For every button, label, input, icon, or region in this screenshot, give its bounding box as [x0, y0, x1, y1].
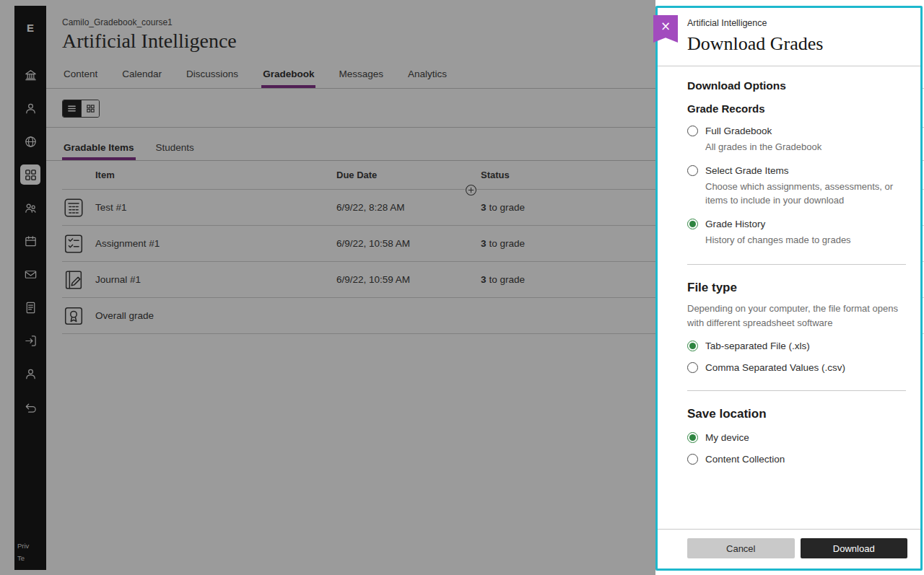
- panel-course-context: Artificial Intelligence: [687, 8, 906, 28]
- file-type-description: Depending on your computer, the file for…: [687, 302, 906, 330]
- radio-icon: [687, 432, 698, 443]
- radio-select-grade-items[interactable]: Select Grade Items: [687, 165, 906, 176]
- header-divider: [658, 66, 920, 66]
- download-grades-panel: × Artificial Intelligence Download Grade…: [655, 6, 923, 571]
- grade-records-heading: Grade Records: [687, 102, 906, 115]
- radio-description: Choose which assignments, assessments, o…: [705, 180, 906, 208]
- file-type-heading: File type: [687, 281, 906, 295]
- cancel-button[interactable]: Cancel: [687, 538, 795, 558]
- radio-grade-history[interactable]: Grade History: [687, 219, 906, 229]
- radio-my-device[interactable]: My device: [687, 432, 906, 443]
- panel-title: Download Grades: [687, 33, 906, 55]
- radio-icon: [687, 341, 698, 351]
- radio-icon: [687, 362, 698, 373]
- radio-icon: [687, 165, 698, 176]
- radio-tab-separated[interactable]: Tab-separated File (.xls): [687, 341, 906, 351]
- radio-icon: [687, 454, 698, 465]
- radio-content-collection[interactable]: Content Collection: [687, 454, 906, 465]
- panel-footer: Cancel Download: [658, 529, 920, 569]
- radio-description: History of changes made to grades: [705, 233, 906, 247]
- radio-full-gradebook[interactable]: Full Gradebook: [687, 126, 906, 136]
- modal-scrim: [0, 0, 655, 575]
- radio-comma-separated[interactable]: Comma Separated Values (.csv): [687, 362, 906, 373]
- radio-description: All grades in the Gradebook: [705, 140, 906, 154]
- section-divider: [687, 264, 906, 265]
- download-options-heading: Download Options: [687, 79, 906, 92]
- save-location-heading: Save location: [687, 407, 906, 421]
- radio-icon: [687, 126, 698, 136]
- section-divider: [687, 390, 906, 391]
- radio-icon: [687, 219, 698, 229]
- download-button[interactable]: Download: [801, 538, 908, 558]
